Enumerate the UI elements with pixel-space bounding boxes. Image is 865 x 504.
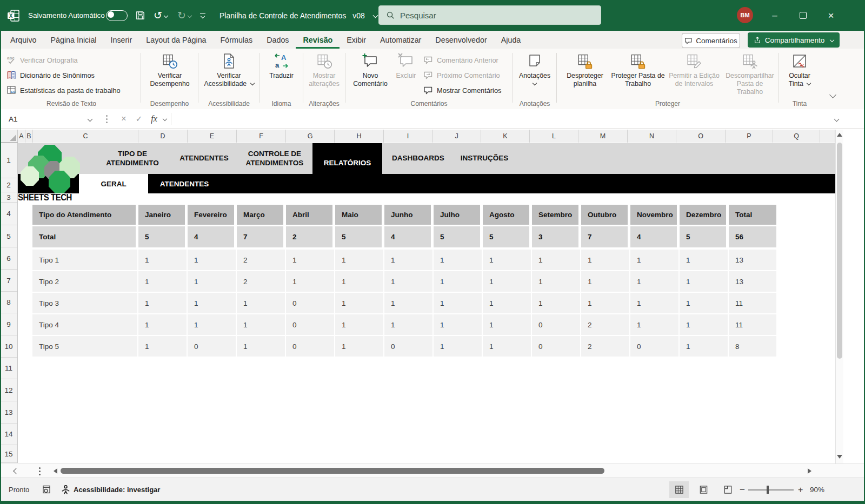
column-header-E[interactable]: E — [188, 130, 237, 143]
value-cell[interactable]: 0 — [630, 336, 680, 358]
vscroll-down-arrow[interactable] — [837, 455, 842, 459]
save-icon[interactable] — [135, 0, 145, 31]
ribbon-tab-0[interactable]: Arquivo — [3, 31, 43, 49]
value-cell[interactable]: 0 — [188, 336, 237, 358]
header-cell[interactable]: Junho — [384, 205, 434, 225]
value-cell[interactable]: 1 — [680, 293, 729, 314]
customize-quick-access-icon[interactable] — [200, 0, 205, 31]
column-header-M[interactable]: M — [578, 130, 628, 143]
header-cell[interactable]: Maio — [335, 205, 384, 225]
value-cell[interactable]: 56 — [729, 226, 776, 247]
ribbon-tab-7[interactable]: Exibir — [340, 31, 373, 49]
protect-workbook-button[interactable]: Proteger Pasta de Trabalho — [611, 51, 665, 88]
value-cell[interactable]: 1 — [237, 314, 286, 336]
value-cell[interactable]: 1 — [581, 293, 630, 314]
select-all-corner[interactable] — [0, 130, 18, 143]
ribbon-tab-5[interactable]: Dados — [260, 31, 296, 49]
column-header-F[interactable]: F — [237, 130, 286, 143]
header-cell[interactable]: Janeiro — [138, 205, 188, 225]
row-header-3[interactable]: 3 — [0, 192, 17, 203]
value-cell[interactable]: 1 — [188, 293, 237, 314]
value-cell[interactable]: 1 — [335, 336, 384, 358]
value-cell[interactable]: 5 — [335, 226, 384, 247]
ribbon-tab-2[interactable]: Inserir — [104, 31, 139, 49]
row-header-15[interactable]: 15 — [0, 445, 17, 463]
ribbon-tab-9[interactable]: Desenvolvedor — [428, 31, 494, 49]
value-cell[interactable]: 5 — [138, 226, 188, 247]
sheet-nav-tab-3[interactable]: RELATÓRIOS — [312, 143, 382, 184]
row-header-1[interactable]: 1 — [0, 143, 17, 178]
header-cell[interactable]: Agosto — [483, 205, 532, 225]
value-cell[interactable]: 1 — [680, 336, 729, 358]
excel-app-icon[interactable]: X — [6, 0, 21, 31]
value-cell[interactable]: 1 — [138, 336, 188, 358]
value-cell[interactable]: 8 — [729, 336, 776, 358]
value-cell[interactable]: 1 — [630, 250, 680, 271]
page-break-view-button[interactable] — [718, 481, 737, 498]
notes-button[interactable]: Anotações — [516, 51, 554, 88]
vertical-scrollbar[interactable] — [835, 130, 843, 463]
value-cell[interactable]: 1 — [434, 250, 483, 271]
value-cell[interactable]: 7 — [237, 226, 286, 247]
macro-record-icon[interactable] — [42, 478, 51, 501]
check-accessibility-button[interactable]: Verificar Acessibilidade — [202, 51, 256, 88]
column-header-L[interactable]: L — [530, 130, 578, 143]
value-cell[interactable]: 1 — [384, 314, 434, 336]
show-changes-button[interactable]: Mostrar alterações — [305, 51, 343, 88]
horizontal-scrollbar-thumb[interactable] — [61, 468, 604, 474]
row-header-6[interactable]: 6 — [0, 247, 17, 270]
value-cell[interactable]: 1 — [483, 336, 532, 358]
value-cell[interactable]: 1 — [286, 250, 335, 271]
value-cell[interactable]: 1 — [188, 250, 237, 271]
accessibility-status[interactable]: Acessibilidade: investigar — [62, 478, 160, 501]
undo-button[interactable]: ↺ — [154, 0, 168, 31]
value-cell[interactable]: 1 — [138, 293, 188, 314]
maximize-button[interactable] — [790, 0, 815, 31]
row-header-2[interactable]: 2 — [0, 178, 17, 192]
value-cell[interactable]: 1 — [434, 314, 483, 336]
value-cell[interactable]: 1 — [630, 314, 680, 336]
sheet-nav-tab-2[interactable]: CONTROLE DE ATENDIMENTOS — [237, 143, 312, 174]
header-cell[interactable]: Julho — [434, 205, 483, 225]
value-cell[interactable]: 0 — [286, 293, 335, 314]
sheet-nav-tab-0[interactable]: TIPO DE ATENDIMENTO — [92, 143, 173, 174]
value-cell[interactable]: 2 — [581, 336, 630, 358]
delete-comment-button[interactable]: Excluir — [392, 51, 420, 80]
row-header-12[interactable]: 12 — [0, 379, 17, 401]
ribbon-tab-6[interactable]: Revisão — [296, 31, 340, 49]
value-cell[interactable]: 1 — [384, 271, 434, 293]
show-comments-button[interactable]: Mostrar Comentários — [423, 83, 501, 97]
next-comment-button[interactable]: Próximo Comentário — [423, 68, 500, 82]
value-cell[interactable]: 1 — [532, 293, 581, 314]
sheet-nav-tab-4[interactable]: DASHBOARDS — [383, 143, 454, 174]
ribbon-tab-8[interactable]: Automatizar — [373, 31, 428, 49]
name-box[interactable]: A1 — [0, 111, 103, 126]
allow-edit-ranges-button[interactable]: Permitir a Edição de Intervalos — [666, 51, 722, 88]
column-header-O[interactable]: O — [676, 130, 726, 143]
zoom-out-button[interactable]: − — [740, 478, 745, 501]
header-cell[interactable]: Março — [237, 205, 286, 225]
value-cell[interactable]: 2 — [237, 250, 286, 271]
value-cell[interactable]: 7 — [581, 226, 630, 247]
column-header-A[interactable]: A — [18, 130, 25, 143]
ribbon-tab-3[interactable]: Layout da Página — [139, 31, 213, 49]
row-header-8[interactable]: 8 — [0, 292, 17, 313]
chevron-down-icon[interactable] — [161, 111, 167, 126]
row-header-7[interactable]: 7 — [0, 270, 17, 292]
column-header-J[interactable]: J — [432, 130, 481, 143]
column-header-G[interactable]: G — [286, 130, 335, 143]
value-cell[interactable]: 1 — [237, 336, 286, 358]
row-header-13[interactable]: 13 — [0, 401, 17, 424]
value-cell[interactable]: 1 — [532, 271, 581, 293]
value-cell[interactable]: 1 — [532, 250, 581, 271]
value-cell[interactable]: 1 — [335, 271, 384, 293]
autosave-toggle[interactable] — [106, 0, 128, 31]
sheet-nav-tab-1[interactable]: ATENDENTES — [171, 143, 237, 174]
close-button[interactable]: × — [819, 0, 843, 31]
row-label-cell[interactable]: Tipo 4 — [32, 314, 138, 336]
workbook-stats-button[interactable]: 123 Estatísticas da pasta de trabalho — [6, 83, 121, 97]
value-cell[interactable]: 1 — [630, 271, 680, 293]
ribbon-tab-4[interactable]: Fórmulas — [214, 31, 260, 49]
header-cell[interactable]: Tipo do Atendimento — [32, 205, 138, 225]
value-cell[interactable]: 1 — [237, 293, 286, 314]
